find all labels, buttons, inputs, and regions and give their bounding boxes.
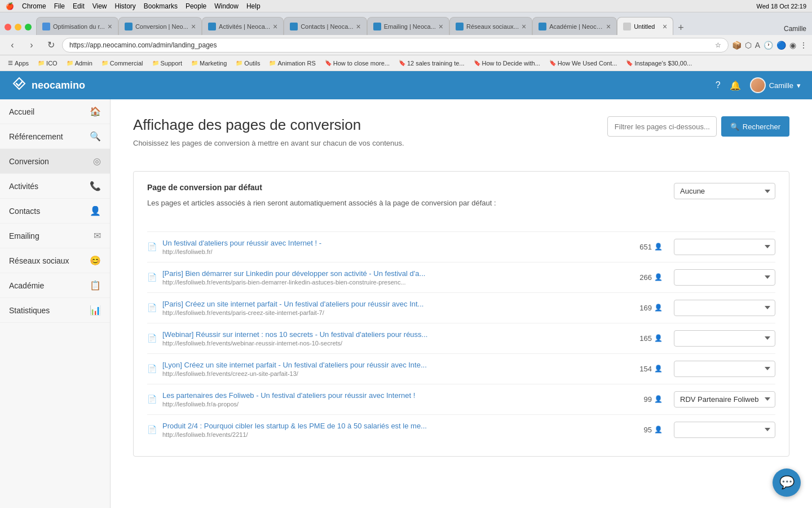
help-icon[interactable]: ? [716, 80, 721, 90]
tab-academie[interactable]: Académie | Neoca... × [532, 17, 617, 35]
file-menu[interactable]: File [54, 2, 65, 10]
history-menu[interactable]: History [115, 2, 136, 10]
sidebar-item-activites[interactable]: Activités 📞 [0, 174, 110, 199]
tab-close-button[interactable]: × [356, 23, 361, 30]
page-url: http://lesfoliweb.fr/a-propos/ [162, 401, 478, 408]
bookmark-apps[interactable]: ☰ Apps [5, 59, 32, 68]
default-conversion-select[interactable]: Aucune RDV Partenaire Foliweb [674, 183, 775, 199]
reload-button[interactable]: ↻ [43, 37, 59, 53]
mac-menu[interactable]: 🍎 Chrome File Edit View History Bookmark… [6, 2, 261, 10]
tab-close-button[interactable]: × [108, 23, 112, 30]
bookmark-how-to-close[interactable]: 🔖 How to close more... [321, 59, 393, 68]
edit-menu[interactable]: Edit [73, 2, 85, 10]
sidebar-item-academie[interactable]: Académie 📋 [0, 273, 110, 298]
tab-emailing[interactable]: Emailing | Neoca... × [367, 17, 449, 35]
extension-icon-3[interactable]: 🕐 [764, 41, 773, 50]
bookmark-support[interactable]: 📁 Support [149, 59, 186, 68]
tab-contacts[interactable]: Contacts | Neoca... × [284, 17, 367, 35]
bookmark-ico[interactable]: 📁 ICO [34, 59, 61, 68]
sidebar-item-emailing[interactable]: Emailing ✉ [0, 224, 110, 248]
page-conversion-select[interactable]: RDV Partenaire Foliweb [674, 330, 775, 347]
page-file-icon: 📄 [147, 242, 157, 251]
page-conversion-select[interactable]: RDV Partenaire Foliweb [674, 422, 775, 438]
tab-close-button[interactable]: × [606, 23, 611, 30]
main-area: Accueil 🏠 Référencement 🔍 Conversion ◎ A… [0, 99, 812, 508]
chat-bubble[interactable]: 💬 [773, 468, 801, 497]
bookmark-admin[interactable]: 📁 Admin [63, 59, 96, 68]
address-bar[interactable]: https://app.neocamino.com/admin/landing_… [62, 38, 729, 52]
mac-status-bar: Wed 18 Oct 22:19 [757, 3, 806, 10]
page-row: 📄 [Lyon] Créez un site internet parfait … [147, 353, 775, 384]
page-title-link[interactable]: Un festival d'ateliers pour réussir avec… [162, 239, 628, 247]
close-window-button[interactable] [5, 24, 11, 30]
page-conversion-select[interactable]: RDV Partenaire Foliweb [674, 300, 775, 316]
page-conversion-select[interactable]: RDV Partenaire Foliweb [674, 391, 775, 408]
apple-menu[interactable]: 🍎 [6, 2, 14, 10]
forward-button[interactable]: › [24, 37, 39, 53]
tab-close-button[interactable]: × [522, 23, 526, 30]
page-title-link[interactable]: [Paris] Bien démarrer sur Linkedin pour … [162, 269, 628, 278]
page-title-link[interactable]: Les partenaires des Foliweb - Un festiva… [162, 391, 633, 400]
bookmark-how-we-used[interactable]: 🔖 How We Used Cont... [546, 59, 621, 68]
page-count: 651 👤 [639, 243, 663, 251]
extension-icon-2[interactable]: A [755, 41, 760, 50]
bookmark-instapage[interactable]: 🔖 Instapage's $30,00... [623, 59, 695, 68]
user-avatar-area[interactable]: Camille ▾ [750, 77, 801, 93]
page-conversion-select[interactable]: RDV Partenaire Foliweb [674, 239, 775, 255]
bookmarks-menu[interactable]: Bookmarks [144, 2, 178, 10]
bookmark-animation-rs[interactable]: 📁 Animation RS [266, 59, 319, 68]
tabs-bar: Optimisation du r... × Conversion | Neo.… [36, 17, 784, 35]
extension-icon-5[interactable]: ◉ [789, 41, 796, 50]
tab-favicon [208, 23, 216, 30]
page-count: 95 👤 [644, 426, 663, 434]
extension-icon-1[interactable]: ⬡ [745, 41, 752, 50]
tab-close-button[interactable]: × [273, 23, 277, 30]
sidebar-item-conversion[interactable]: Conversion ◎ [0, 149, 110, 174]
bookmark-commercial[interactable]: 📁 Commercial [98, 59, 147, 68]
page-title-link[interactable]: [Paris] Créez un site internet parfait -… [162, 300, 628, 308]
bookmark-12-sales[interactable]: 🔖 12 sales training te... [395, 59, 468, 68]
user-profile[interactable]: Camille [784, 25, 812, 33]
search-button[interactable]: 🔍 Rechercher [721, 116, 789, 137]
bookmark-how-to-decide[interactable]: 🔖 How to Decide with... [470, 59, 544, 68]
new-tab-button[interactable]: + [673, 22, 689, 34]
avatar [750, 77, 766, 93]
bookmark-star-icon[interactable]: ☆ [715, 41, 721, 49]
sidebar-item-reseaux-sociaux[interactable]: Réseaux sociaux 😊 [0, 248, 110, 273]
search-input[interactable] [607, 116, 717, 137]
notifications-icon[interactable]: 🔔 [730, 80, 741, 91]
tab-untitled[interactable]: Untitled × [617, 17, 673, 35]
page-title-link[interactable]: [Lyon] Créez un site internet parfait - … [162, 361, 628, 369]
tab-close-button[interactable]: × [439, 23, 443, 30]
sidebar-item-accueil[interactable]: Accueil 🏠 [0, 99, 110, 124]
bookmark-marketing[interactable]: 📁 Marketing [188, 59, 230, 68]
extension-icon-4[interactable]: 🔵 [776, 41, 786, 50]
tab-conversion[interactable]: Conversion | Neo... × [118, 17, 202, 35]
view-menu[interactable]: View [92, 2, 107, 10]
sidebar-item-referencement[interactable]: Référencement 🔍 [0, 124, 110, 149]
page-conversion-select[interactable]: RDV Partenaire Foliweb [674, 361, 775, 377]
sidebar-item-contacts[interactable]: Contacts 👤 [0, 199, 110, 224]
back-button[interactable]: ‹ [5, 37, 20, 53]
minimize-window-button[interactable] [15, 24, 21, 30]
help-menu[interactable]: Help [246, 2, 261, 10]
app-logo[interactable]: neocamino [11, 76, 85, 95]
chrome-menu[interactable]: Chrome [22, 2, 46, 10]
tab-close-button[interactable]: × [663, 23, 667, 30]
bookmark-icon: 🔖 [399, 60, 405, 66]
chrome-menu-icon[interactable]: ⋮ [800, 41, 807, 50]
tab-optimisation[interactable]: Optimisation du r... × [36, 17, 118, 35]
tab-close-button[interactable]: × [191, 23, 196, 30]
window-controls[interactable] [5, 24, 32, 30]
dropbox-icon[interactable]: 📦 [732, 41, 742, 50]
tab-activites[interactable]: Activités | Neoca... × [202, 17, 284, 35]
bookmark-outils[interactable]: 📁 Outils [232, 59, 263, 68]
sidebar-item-statistiques[interactable]: Statistiques 📊 [0, 298, 110, 323]
tab-reseaux[interactable]: Réseaux sociaux... × [449, 17, 532, 35]
page-conversion-select[interactable]: RDV Partenaire Foliweb [674, 269, 775, 286]
people-menu[interactable]: People [186, 2, 206, 10]
window-menu[interactable]: Window [214, 2, 239, 10]
page-title-link[interactable]: [Webinar] Réussir sur internet : nos 10 … [162, 330, 628, 339]
page-title-link[interactable]: Produit 2/4 : Pourquoi cibler les startu… [162, 422, 633, 430]
maximize-window-button[interactable] [25, 24, 32, 30]
